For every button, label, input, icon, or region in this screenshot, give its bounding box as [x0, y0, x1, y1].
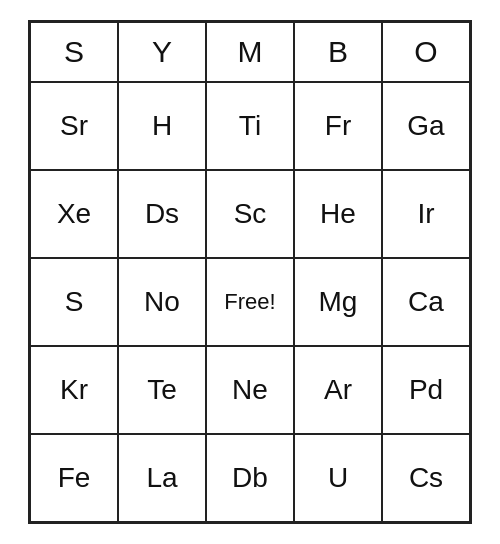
cell-4-4: Ar: [294, 346, 382, 434]
header-cell-b: B: [294, 22, 382, 82]
header-cell-s: S: [30, 22, 118, 82]
bingo-board: S Y M B O Sr H Ti Fr Ga Xe Ds Sc He Ir S…: [28, 20, 472, 524]
cell-1-3: Ti: [206, 82, 294, 170]
cell-3-free: Free!: [206, 258, 294, 346]
cell-2-2: Ds: [118, 170, 206, 258]
cell-3-4: Mg: [294, 258, 382, 346]
cell-1-1: Sr: [30, 82, 118, 170]
cell-2-1: Xe: [30, 170, 118, 258]
cell-4-1: Kr: [30, 346, 118, 434]
cell-5-1: Fe: [30, 434, 118, 522]
row-3: S No Free! Mg Ca: [30, 258, 470, 346]
row-1: Sr H Ti Fr Ga: [30, 82, 470, 170]
cell-5-2: La: [118, 434, 206, 522]
cell-4-3: Ne: [206, 346, 294, 434]
cell-3-1: S: [30, 258, 118, 346]
cell-4-5: Pd: [382, 346, 470, 434]
header-cell-m: M: [206, 22, 294, 82]
header-cell-o: O: [382, 22, 470, 82]
cell-3-5: Ca: [382, 258, 470, 346]
cell-2-5: Ir: [382, 170, 470, 258]
row-5: Fe La Db U Cs: [30, 434, 470, 522]
cell-2-3: Sc: [206, 170, 294, 258]
header-cell-y: Y: [118, 22, 206, 82]
cell-1-4: Fr: [294, 82, 382, 170]
cell-2-4: He: [294, 170, 382, 258]
cell-5-4: U: [294, 434, 382, 522]
cell-1-2: H: [118, 82, 206, 170]
cell-5-3: Db: [206, 434, 294, 522]
cell-3-2: No: [118, 258, 206, 346]
header-row: S Y M B O: [30, 22, 470, 82]
row-2: Xe Ds Sc He Ir: [30, 170, 470, 258]
cell-1-5: Ga: [382, 82, 470, 170]
cell-4-2: Te: [118, 346, 206, 434]
cell-5-5: Cs: [382, 434, 470, 522]
row-4: Kr Te Ne Ar Pd: [30, 346, 470, 434]
